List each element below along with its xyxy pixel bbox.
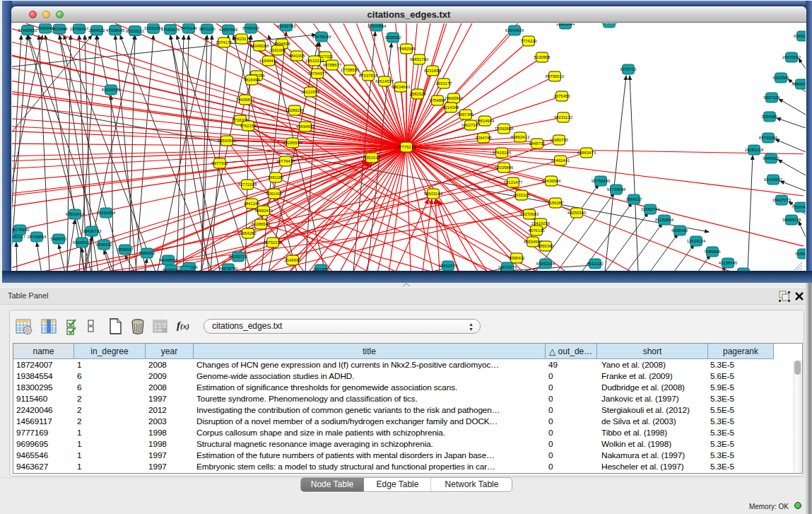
svg-text:3564217: 3564217 — [625, 197, 642, 201]
svg-text:9153566: 9153566 — [772, 76, 789, 80]
svg-text:83793389: 83793389 — [759, 136, 778, 140]
svg-text:66851760: 66851760 — [410, 57, 429, 62]
svg-text:98231132: 98231132 — [554, 115, 573, 119]
svg-text:1841248: 1841248 — [243, 201, 260, 206]
svg-text:33978249: 33978249 — [177, 269, 196, 271]
svg-text:8231838: 8231838 — [424, 69, 441, 73]
svg-text:2582524: 2582524 — [409, 92, 426, 96]
svg-text:95320121: 95320121 — [126, 29, 145, 33]
svg-text:8351517: 8351517 — [363, 156, 380, 160]
svg-text:50603163: 50603163 — [424, 192, 443, 196]
svg-text:82772208: 82772208 — [238, 182, 257, 187]
svg-text:87490893: 87490893 — [18, 28, 37, 33]
svg-text:42138745: 42138745 — [719, 261, 738, 265]
svg-text:5408072: 5408072 — [50, 237, 67, 241]
svg-text:68800797: 68800797 — [792, 82, 806, 86]
svg-text:1156287: 1156287 — [548, 201, 565, 205]
svg-text:67503414: 67503414 — [66, 212, 85, 216]
svg-text:20570592: 20570592 — [782, 55, 801, 59]
svg-text:42857966: 42857966 — [219, 28, 238, 32]
svg-text:22201654: 22201654 — [97, 211, 116, 215]
svg-text:84593961: 84593961 — [218, 139, 237, 143]
svg-text:27758595: 27758595 — [341, 68, 360, 72]
svg-text:2375453: 2375453 — [553, 94, 570, 98]
svg-text:34627347: 34627347 — [461, 123, 481, 127]
svg-text:96282117: 96282117 — [12, 235, 26, 239]
svg-text:73993471: 73993471 — [254, 209, 273, 213]
svg-text:39476249: 39476249 — [312, 35, 331, 39]
svg-text:85863473: 85863473 — [577, 151, 596, 155]
svg-text:72682989: 72682989 — [397, 47, 416, 51]
svg-text:31682744: 31682744 — [641, 207, 660, 211]
svg-text:10289289: 10289289 — [286, 108, 305, 112]
svg-text:2074176: 2074176 — [216, 40, 233, 45]
svg-text:6855396: 6855396 — [537, 244, 554, 248]
svg-text:2191066: 2191066 — [269, 48, 286, 52]
svg-text:18883684: 18883684 — [556, 23, 575, 26]
svg-text:24972279: 24972279 — [498, 265, 517, 269]
svg-text:5159166: 5159166 — [795, 252, 806, 256]
svg-text:42035886: 42035886 — [495, 165, 514, 170]
svg-text:52436584: 52436584 — [542, 179, 561, 183]
svg-text:63606628: 63606628 — [73, 240, 92, 245]
svg-text:47308985: 47308985 — [106, 28, 125, 33]
svg-text:5130808: 5130808 — [534, 55, 551, 59]
svg-text:89795010: 89795010 — [546, 74, 565, 78]
svg-text:81016525: 81016525 — [102, 88, 121, 92]
svg-text:84252722: 84252722 — [229, 255, 248, 259]
svg-text:7774229: 7774229 — [520, 39, 537, 43]
svg-text:6033115: 6033115 — [514, 193, 531, 197]
svg-text:6279418: 6279418 — [601, 23, 618, 25]
svg-text:2651177: 2651177 — [436, 81, 453, 86]
svg-text:99788677: 99788677 — [323, 63, 342, 67]
svg-text:2149597: 2149597 — [284, 258, 301, 262]
svg-text:28740864: 28740864 — [28, 235, 47, 239]
svg-text:81286543: 81286543 — [252, 222, 271, 226]
svg-text:74606833: 74606833 — [236, 98, 255, 102]
svg-text:11980765: 11980765 — [550, 138, 569, 142]
svg-text:12614124: 12614124 — [687, 239, 706, 243]
svg-text:29175900: 29175900 — [12, 228, 30, 232]
svg-text:52462441: 52462441 — [551, 158, 570, 163]
svg-text:1848731: 1848731 — [529, 141, 546, 146]
svg-text:7089806: 7089806 — [704, 250, 721, 254]
svg-text:5479144: 5479144 — [180, 26, 197, 30]
svg-text:9937326: 9937326 — [763, 95, 780, 100]
svg-text:24665841: 24665841 — [445, 96, 464, 100]
svg-text:38754377: 38754377 — [308, 71, 327, 76]
svg-text:9548432: 9548432 — [95, 243, 112, 247]
svg-text:57683626: 57683626 — [161, 28, 180, 32]
svg-text:91734598: 91734598 — [607, 187, 626, 192]
svg-text:91415657: 91415657 — [764, 177, 783, 182]
svg-text:45812670: 45812670 — [439, 264, 458, 268]
svg-text:63843426: 63843426 — [505, 28, 524, 33]
svg-text:89978790: 89978790 — [219, 267, 238, 271]
svg-text:72092888: 72092888 — [495, 127, 514, 131]
svg-text:8612220: 8612220 — [587, 262, 604, 266]
svg-text:5098412: 5098412 — [508, 256, 525, 260]
svg-text:7818496: 7818496 — [243, 78, 260, 82]
svg-text:2694522: 2694522 — [88, 28, 105, 33]
svg-text:48285503: 48285503 — [283, 141, 302, 145]
svg-text:12823170: 12823170 — [233, 37, 252, 41]
svg-text:81182864: 81182864 — [655, 218, 674, 222]
svg-text:5977931: 5977931 — [211, 161, 228, 165]
svg-text:45594951: 45594951 — [296, 124, 315, 129]
svg-text:1981186: 1981186 — [268, 175, 285, 180]
svg-text:36998038: 36998038 — [782, 218, 801, 222]
svg-text:4841005: 4841005 — [288, 54, 305, 58]
svg-text:46231783: 46231783 — [277, 24, 296, 28]
svg-text:30776478: 30776478 — [276, 159, 295, 163]
svg-text:90048665: 90048665 — [159, 258, 178, 262]
svg-text:2921859: 2921859 — [312, 267, 329, 271]
svg-text:9997381: 9997381 — [457, 112, 474, 117]
svg-text:97775215: 97775215 — [397, 145, 416, 149]
svg-text:39436733: 39436733 — [83, 229, 102, 233]
svg-text:19510312: 19510312 — [305, 59, 324, 63]
svg-text:70597444: 70597444 — [792, 205, 806, 209]
svg-text:64634663: 64634663 — [392, 85, 411, 89]
svg-text:48250360: 48250360 — [567, 211, 587, 215]
svg-text:2264748: 2264748 — [475, 136, 492, 140]
svg-text:6438436: 6438436 — [671, 228, 688, 233]
svg-text:24282218: 24282218 — [745, 148, 764, 152]
